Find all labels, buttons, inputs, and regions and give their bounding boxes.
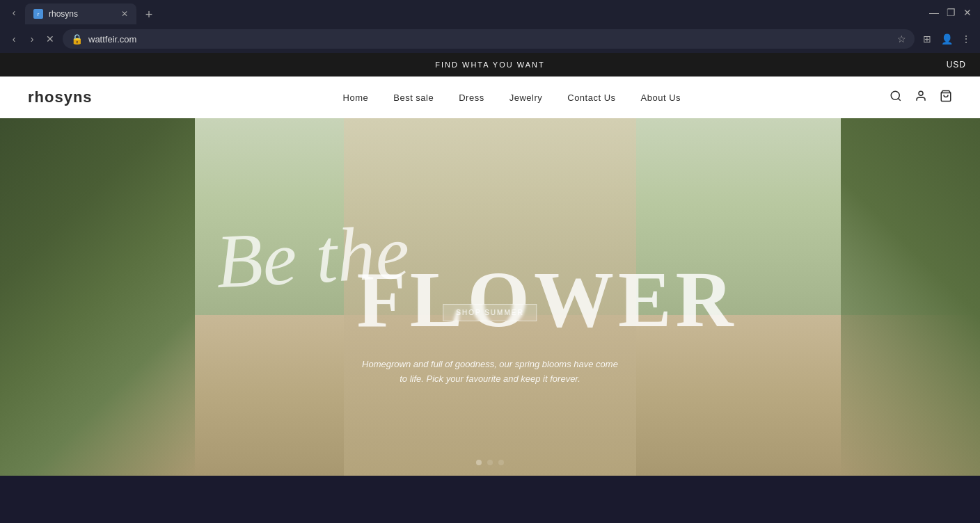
- profile-button[interactable]: 👤: [938, 31, 955, 47]
- svg-point-1: [919, 91, 923, 95]
- shop-summer-button[interactable]: SHOP SUMMER: [443, 304, 537, 321]
- bookmark-icon[interactable]: ☆: [897, 33, 906, 45]
- restore-button[interactable]: ❐: [944, 6, 958, 19]
- hero-subtitle: Homegrown and full of goodness, our spri…: [358, 357, 622, 387]
- browser-action-buttons: ⊞ 👤 ⋮: [919, 31, 974, 47]
- hero-main-title: FLOWER: [356, 254, 737, 346]
- new-tab-button[interactable]: +: [139, 5, 159, 24]
- tab-close-btn[interactable]: ✕: [121, 9, 128, 19]
- nav-home[interactable]: Home: [343, 92, 369, 103]
- navbar: rhosyns Home Best sale Dress Jewelry Con…: [0, 77, 980, 118]
- close-button[interactable]: ✕: [961, 6, 974, 19]
- nav-about-us[interactable]: About Us: [641, 92, 681, 103]
- address-bar[interactable]: 🔒 wattfeir.com ☆: [63, 29, 915, 49]
- extensions-button[interactable]: ⊞: [919, 31, 935, 47]
- website: FIND WHTA YOU WANT USD rhosyns Home Best…: [0, 53, 980, 476]
- browser-chrome: ‹ r rhosyns ✕ + — ❐ ✕ ‹ › ✕ 🔒 wattf: [0, 0, 980, 53]
- nav-contact-us[interactable]: Contact Us: [567, 92, 615, 103]
- forward-button[interactable]: ›: [24, 31, 40, 47]
- search-icon[interactable]: [890, 90, 902, 106]
- browser-tab[interactable]: r rhosyns ✕: [25, 3, 136, 24]
- address-bar-row: ‹ › ✕ 🔒 wattfeir.com ☆ ⊞ 👤 ⋮: [0, 25, 980, 53]
- url-text: wattfeir.com: [88, 34, 136, 45]
- window-controls: — ❐ ✕: [927, 6, 974, 19]
- hero-section: Be the FLOWER SHOP SUMMER Homegrown and …: [0, 118, 980, 476]
- address-bar-icons: ☆: [897, 33, 906, 45]
- cart-icon[interactable]: [940, 90, 952, 106]
- reload-button[interactable]: ✕: [42, 31, 58, 47]
- nav-icons: [890, 90, 952, 106]
- site-icon: 🔒: [71, 33, 83, 45]
- currency-selector[interactable]: USD: [947, 60, 966, 70]
- account-icon[interactable]: [915, 90, 927, 106]
- banner-text: FIND WHTA YOU WANT: [435, 61, 544, 69]
- svg-point-0: [891, 91, 899, 99]
- right-foliage: [841, 118, 980, 476]
- top-banner: FIND WHTA YOU WANT USD: [0, 53, 980, 77]
- nav-best-sale[interactable]: Best sale: [393, 92, 434, 103]
- nav-jewelry[interactable]: Jewelry: [509, 92, 543, 103]
- browser-back-btn[interactable]: ‹: [6, 4, 22, 21]
- left-foliage: [0, 118, 195, 476]
- site-logo[interactable]: rhosyns: [28, 88, 93, 106]
- nav-buttons: ‹ › ✕: [6, 31, 58, 47]
- menu-button[interactable]: ⋮: [958, 31, 974, 47]
- nav-links: Home Best sale Dress Jewelry Contact Us …: [134, 92, 890, 103]
- nav-dress[interactable]: Dress: [459, 92, 484, 103]
- back-button[interactable]: ‹: [6, 31, 22, 47]
- browser-titlebar: ‹ r rhosyns ✕ + — ❐ ✕: [0, 0, 980, 25]
- minimize-button[interactable]: —: [927, 6, 941, 19]
- tab-title: rhosyns: [49, 9, 78, 19]
- tab-favicon: r: [33, 9, 43, 19]
